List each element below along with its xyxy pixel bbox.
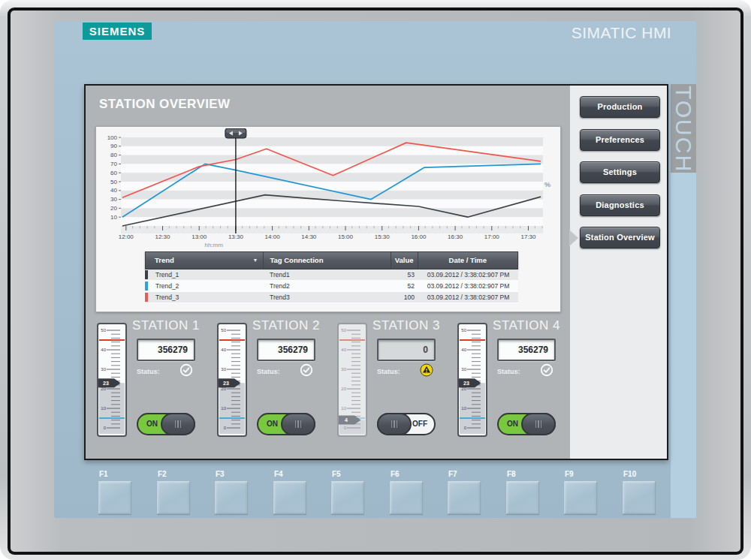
station-display[interactable]: 0 xyxy=(377,339,436,361)
fkey-f4[interactable] xyxy=(273,481,306,514)
nav-button-preferences[interactable]: Preferences xyxy=(580,129,660,151)
toggle-knob[interactable] xyxy=(521,413,556,435)
status-label: Status: xyxy=(137,368,160,375)
trend-table: Trend▼Tag ConnectionValueDate / TimeTren… xyxy=(145,251,518,303)
fkey-label-f4: F4 xyxy=(274,470,283,478)
station-slider[interactable]: 010203040504 xyxy=(337,323,367,437)
trend-color-chip xyxy=(145,270,148,279)
fkey-f6[interactable] xyxy=(390,481,423,514)
status-ok-icon xyxy=(540,363,553,377)
table-row[interactable]: Trend_3Trend310003.09.2012 / 3:38:02:907… xyxy=(145,292,518,303)
svg-text:13:30: 13:30 xyxy=(228,233,244,240)
svg-text:50: 50 xyxy=(341,328,346,333)
table-row[interactable]: Trend_2Trend25203.09.2012 / 3:38:02:907 … xyxy=(145,281,518,292)
station-slider[interactable]: 0102030405023 xyxy=(217,323,247,437)
svg-text:40: 40 xyxy=(221,348,226,352)
station-slider[interactable]: 0102030405023 xyxy=(457,323,487,437)
station-toggle[interactable]: ON xyxy=(137,413,195,435)
svg-text:20: 20 xyxy=(110,205,117,212)
svg-text:%: % xyxy=(544,181,550,188)
table-header-cell-date-time[interactable]: Date / Time xyxy=(418,252,517,269)
knob-grip xyxy=(394,420,395,428)
station-display[interactable]: 356279 xyxy=(497,339,556,361)
table-row[interactable]: Trend_1Trend15303.09.2012 / 3:38:02:907 … xyxy=(145,269,518,281)
page-title: STATION OVERVIEW xyxy=(99,97,231,112)
hmi-device: TOUCH SIEMENS SIMATIC HMI STATION OVERVI… xyxy=(0,0,751,560)
fkey-label-f2: F2 xyxy=(158,470,167,478)
fkey-f2[interactable] xyxy=(157,481,190,514)
status-ok-icon xyxy=(179,363,193,377)
svg-text:30: 30 xyxy=(341,367,346,372)
svg-text:23: 23 xyxy=(463,381,469,386)
knob-grip xyxy=(541,420,542,428)
station-group-4: STATION 40102030405023356279Status:ON xyxy=(457,318,574,452)
svg-text:40: 40 xyxy=(110,187,117,194)
toggle-knob[interactable] xyxy=(377,413,412,435)
svg-text:15:00: 15:00 xyxy=(338,233,354,240)
station-slider[interactable]: 0102030405023 xyxy=(97,323,127,437)
knob-grip xyxy=(177,420,179,428)
svg-text:4: 4 xyxy=(345,417,348,423)
station-group-2: STATION 20102030405023356279Status:ON xyxy=(217,318,333,452)
svg-text:17:30: 17:30 xyxy=(521,233,537,240)
knob-grip xyxy=(300,420,302,428)
toggle-knob[interactable] xyxy=(161,413,195,435)
svg-text:10: 10 xyxy=(341,406,346,411)
cell-date-time: 03.09.2012 / 3:38:02:907 PM xyxy=(418,292,518,303)
svg-text:10: 10 xyxy=(221,406,226,411)
knob-grip xyxy=(180,420,182,428)
knob-grip xyxy=(538,420,539,428)
cell-value: 53 xyxy=(391,269,418,280)
toggle-state-label: ON xyxy=(267,414,278,434)
toggle-knob[interactable] xyxy=(281,413,315,435)
fkey-f3[interactable] xyxy=(215,481,248,514)
trend-panel: 10203040506070809010012:0012:3013:0013:3… xyxy=(95,126,561,312)
cell-trend: Trend_2 xyxy=(145,281,264,291)
fkey-f5[interactable] xyxy=(331,481,364,514)
svg-text:40: 40 xyxy=(341,348,346,352)
svg-text:30: 30 xyxy=(101,367,106,372)
station-toggle[interactable]: OFF xyxy=(377,413,436,435)
svg-text:50: 50 xyxy=(221,328,226,333)
sort-arrow-icon[interactable]: ▼ xyxy=(252,252,258,269)
svg-text:70: 70 xyxy=(110,161,117,167)
svg-text:15:30: 15:30 xyxy=(375,233,391,240)
cell-value: 100 xyxy=(391,292,418,303)
fkey-f1[interactable] xyxy=(98,481,131,514)
svg-text:12:30: 12:30 xyxy=(155,233,171,240)
touchscreen: STATION OVERVIEW 10203040506070809010012… xyxy=(84,84,668,460)
table-header-cell-tag-connection[interactable]: Tag Connection xyxy=(264,252,391,269)
nav-button-production[interactable]: Production xyxy=(580,96,660,118)
nav-button-station-overview[interactable]: Station Overview xyxy=(580,227,660,248)
table-header-cell-trend[interactable]: Trend▼ xyxy=(146,252,264,269)
nav-button-settings[interactable]: Settings xyxy=(580,161,660,183)
toggle-state-label: OFF xyxy=(412,414,427,434)
station-title: STATION 2 xyxy=(250,318,322,333)
fkey-f7[interactable] xyxy=(448,481,481,514)
station-toggle[interactable]: ON xyxy=(257,413,315,435)
fkey-label-f5: F5 xyxy=(332,470,341,478)
trend-color-chip xyxy=(145,282,148,291)
status-warning-icon xyxy=(420,363,433,377)
svg-text:80: 80 xyxy=(110,152,117,158)
cell-tag-connection: Trend2 xyxy=(264,281,391,291)
fkey-f8[interactable] xyxy=(506,481,539,514)
fkey-label-f9: F9 xyxy=(565,470,574,478)
fkey-f9[interactable] xyxy=(564,481,597,514)
knob-grip xyxy=(535,420,537,428)
knob-grip xyxy=(297,420,299,428)
knob-grip xyxy=(175,420,176,428)
table-header-cell-value[interactable]: Value xyxy=(391,252,418,269)
svg-text:90: 90 xyxy=(110,143,117,149)
touch-label: TOUCH xyxy=(671,86,696,251)
station-toggle[interactable]: ON xyxy=(497,413,556,435)
fkey-label-f8: F8 xyxy=(507,470,516,478)
nav-button-diagnostics[interactable]: Diagnostics xyxy=(580,194,660,216)
toggle-state-label: ON xyxy=(507,414,518,434)
station-display[interactable]: 356279 xyxy=(257,339,315,361)
station-display[interactable]: 356279 xyxy=(137,339,195,361)
toggle-state-label: ON xyxy=(146,414,158,434)
knob-grip xyxy=(391,420,393,428)
fkey-f10[interactable] xyxy=(623,481,656,514)
status-label: Status: xyxy=(257,368,280,375)
